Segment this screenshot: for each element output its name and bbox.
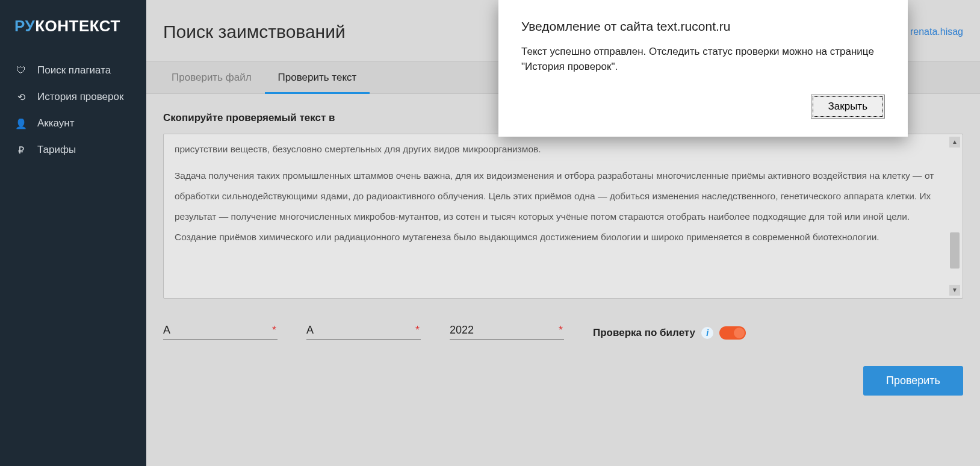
- field-author-last: *: [306, 322, 421, 340]
- scroll-up-icon[interactable]: ▲: [949, 137, 960, 148]
- form-row: * * * Проверка по билету i: [163, 322, 963, 340]
- sidebar-item-plagiarism[interactable]: 🛡 Поиск плагиата: [0, 57, 146, 84]
- logo: РУКОНТЕКСТ: [0, 17, 146, 57]
- scroll-down-icon[interactable]: ▼: [949, 285, 960, 296]
- shield-icon: 🛡: [14, 65, 28, 76]
- toggle-knob: [734, 328, 745, 338]
- scroll-thumb[interactable]: [950, 232, 960, 268]
- notification-modal: Уведомление от сайта text.rucont.ru Текс…: [498, 0, 908, 137]
- ticket-check-group: Проверка по билету i: [593, 326, 746, 340]
- ticket-label: Проверка по билету: [593, 327, 695, 339]
- sidebar-item-label: Аккаунт: [37, 117, 75, 129]
- modal-close-button[interactable]: Закрыть: [811, 95, 885, 119]
- field-year: *: [450, 322, 564, 340]
- text-input-area[interactable]: присутствии веществ, безусловно смертель…: [163, 134, 963, 299]
- sidebar: РУКОНТЕКСТ 🛡 Поиск плагиата ⟲ История пр…: [0, 0, 146, 466]
- text-paragraph: Задача получения таких промышленных штам…: [175, 166, 941, 247]
- required-star: *: [415, 324, 420, 337]
- logo-rest: КОНТЕКСТ: [35, 17, 120, 35]
- scrollbar[interactable]: ▲ ▼: [949, 137, 960, 296]
- info-icon[interactable]: i: [701, 327, 713, 339]
- tab-check-text[interactable]: Проверить текст: [265, 62, 370, 93]
- user-icon: 👤: [14, 118, 28, 129]
- ticket-toggle[interactable]: [719, 326, 746, 340]
- logo-prefix: РУ: [14, 17, 35, 35]
- sidebar-item-history[interactable]: ⟲ История проверок: [0, 84, 146, 110]
- modal-title: Уведомление от сайта text.rucont.ru: [521, 19, 885, 34]
- sidebar-item-label: Поиск плагиата: [37, 64, 111, 76]
- author-last-input[interactable]: [306, 322, 421, 340]
- sidebar-item-tariffs[interactable]: ₽ Тарифы: [0, 137, 146, 163]
- welcome-user-link[interactable]: renata.hisag: [910, 26, 963, 37]
- required-star: *: [559, 324, 563, 337]
- author-first-input[interactable]: [163, 322, 278, 340]
- tab-check-file[interactable]: Проверить файл: [158, 62, 265, 93]
- main: Поиск заимствований Добро пожаловать, re…: [146, 0, 980, 466]
- history-icon: ⟲: [14, 92, 28, 103]
- sidebar-item-account[interactable]: 👤 Аккаунт: [0, 110, 146, 137]
- text-paragraph: присутствии веществ, безусловно смертель…: [175, 139, 941, 160]
- sidebar-item-label: Тарифы: [37, 144, 76, 156]
- submit-button[interactable]: Проверить: [863, 366, 963, 396]
- scroll-track[interactable]: [949, 148, 960, 285]
- submit-row: Проверить: [163, 366, 963, 396]
- content: Скопируйте проверяемый текст в присутств…: [146, 94, 980, 412]
- ruble-icon: ₽: [14, 144, 28, 156]
- field-author-first: *: [163, 322, 278, 340]
- page-title: Поиск заимствований: [163, 22, 346, 42]
- year-input[interactable]: [450, 322, 564, 340]
- sidebar-item-label: История проверок: [37, 91, 123, 103]
- modal-body: Текст успешно отправлен. Отследить стату…: [521, 45, 885, 74]
- required-star: *: [272, 324, 276, 337]
